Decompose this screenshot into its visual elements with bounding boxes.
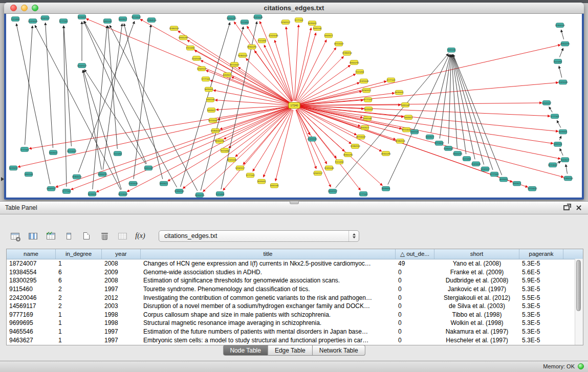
cell-title: Embryonic stem cells: a model to study s… [141,337,396,344]
graph-node-label: 22420046 [359,80,369,82]
table-row[interactable]: 946362711997Embryonic stem cells: a mode… [7,336,583,344]
graph-edge [168,108,291,181]
column-header-short[interactable]: short [434,249,519,259]
table-row[interactable]: 1456911722003Disruption of a novel membe… [7,302,583,311]
graph-edge [84,21,177,187]
cell-pagerank: 5.3E-5 [519,311,563,318]
cell-name: 9777169 [7,311,56,318]
graph-edge [560,148,563,156]
network-canvas[interactable]: 1724019384554183002959115460224200461456… [6,14,582,198]
tab-network-table[interactable]: Network Table [313,345,365,356]
table-row[interactable]: 2242004622012Investigating the contribut… [7,293,583,302]
cell-pagerank: 5.3E-5 [519,328,563,335]
table-row[interactable]: 946554611997Estimation of the future num… [7,327,583,336]
memory-indicator-icon [578,363,584,369]
graph-node-label: 19384554 [174,190,184,192]
undock-icon[interactable] [563,205,570,210]
graph-node-label: 19384554 [350,145,360,147]
graph-node-label: 9463627 [361,126,369,129]
close-window-button[interactable] [10,5,17,11]
graph-edge [108,26,118,149]
column-header-filler [563,249,583,259]
graph-node-label: 22420046 [191,57,202,60]
cell-in_degree: 1 [56,311,102,318]
column-header-out_de[interactable]: △ out_de... [396,249,434,259]
table-header: namein_degreeyeartitle△ out_de...shortpa… [7,249,583,259]
table-row[interactable]: 911546021997Tourette syndrome. Phenomeno… [7,285,583,294]
column-header-pagerank[interactable]: pagerank [519,249,563,259]
graph-node-label: 9115460 [221,149,229,152]
tab-edge-table[interactable]: Edge Table [268,345,313,356]
minimize-window-button[interactable] [21,5,28,11]
graph-node-label: 19384554 [237,54,248,56]
column-header-year[interactable]: year [102,249,141,259]
table-scrollbar[interactable] [575,259,583,345]
window-titlebar[interactable]: citations_edges.txt [4,3,584,14]
column-header-title[interactable]: title [141,249,396,259]
graph-node-label: 9115460 [114,152,122,155]
graph-edge [187,40,291,103]
graph-node-label: 19384554 [443,147,453,150]
new-table-icon[interactable] [80,230,93,242]
cell-short: Jankovic et al. (1997) [434,286,519,293]
cell-pagerank: 5.3E-5 [519,302,563,310]
graph-node-label: 9465546 [410,130,419,133]
delete-table-icon[interactable] [98,230,111,242]
graph-edge [298,107,357,135]
table-row[interactable]: 1872400712008Changes of HCN gene express… [7,259,583,268]
collapse-panel-arrow-icon[interactable] [1,177,4,181]
gear-icon [16,237,20,242]
graph-node-label: 9115460 [186,47,195,49]
close-icon[interactable] [576,205,582,211]
graph-edge [35,25,121,190]
graph-edge [294,25,298,101]
combobox-arrows-icon [349,231,359,242]
fx-glyph: f(x) [135,232,145,240]
graph-edge [299,107,396,140]
table-row[interactable]: 1938455462009Genome-wide association stu… [7,268,583,277]
graph-node-label: 9777169 [246,174,255,177]
cell-year: 1997 [102,337,141,344]
table-mode-icon[interactable] [8,230,21,242]
table-file-combobox[interactable]: citations_edges.txt [159,230,359,242]
splitter-grip[interactable] [290,201,299,204]
import-table-icon[interactable] [116,230,129,242]
graph-node-label: 18724007 [208,119,218,122]
tab-node-table[interactable]: Node Table [223,345,268,356]
show-columns-icon[interactable] [26,230,39,242]
scrollbar-thumb[interactable] [576,260,581,311]
graph-node-label: 18300295 [247,46,257,48]
graph-edge [557,120,561,127]
table-tabs: Node TableEdge TableNetwork Table [223,345,365,356]
graph-node-label: 9465546 [25,173,33,176]
graph-node-label: 19384554 [395,140,405,142]
cell-in_degree: 2 [56,294,102,301]
table-row[interactable]: 1830029562008Estimation of significance … [7,276,583,285]
add-column-icon[interactable] [62,230,75,242]
graph-node-label: 9777169 [551,115,559,118]
graph-node-label: 14569117 [328,190,338,192]
column-header-in_degree[interactable]: in_degree [56,249,102,259]
cell-in_degree: 6 [56,277,102,284]
graph-edge [275,40,293,101]
graph-edge [296,110,331,187]
graph-edge [25,26,33,145]
graph-node-label: 18724007 [229,63,239,66]
table-row[interactable]: 977716911998Corpus callosum shape and si… [7,311,583,319]
graph-node-label: 22420046 [28,20,38,23]
cell-out_de: 49 [396,260,434,267]
zoom-window-button[interactable] [32,5,38,11]
graph-node-label: 9115460 [356,71,364,73]
column-header-name[interactable]: name [7,249,56,259]
function-builder-icon[interactable]: f(x) [134,230,147,242]
graph-edge [452,55,475,160]
graph-node-label: 9463627 [160,182,168,185]
graph-node-label: 9115460 [335,161,344,163]
graph-node-label: 18300295 [226,17,236,19]
cell-in_degree: 1 [56,260,102,267]
edit-columns-icon[interactable]: ✓✓ [44,230,57,242]
table-row[interactable]: 969969511998Structural magnetic resonanc… [7,319,583,327]
graph-node-label: 14569117 [481,168,490,170]
graph-node-label: 9463627 [207,109,216,112]
graph-node-label: 22420046 [471,163,481,165]
